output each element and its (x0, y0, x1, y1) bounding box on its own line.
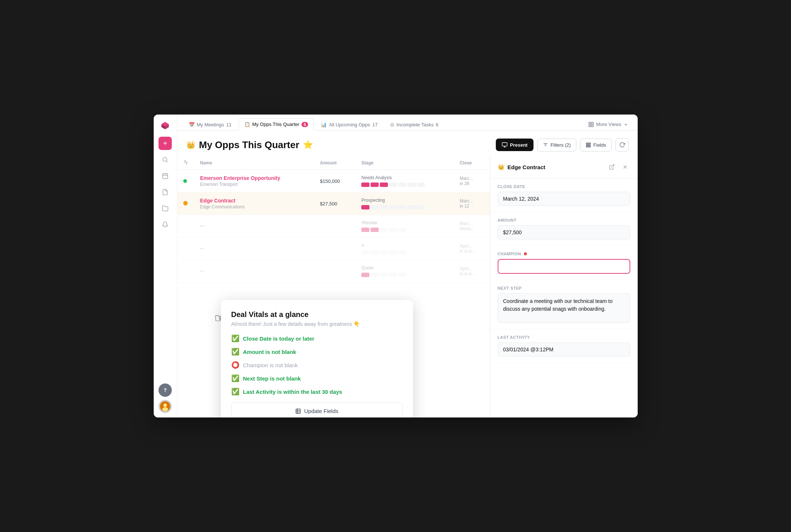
fields-button[interactable]: Fields (580, 139, 612, 151)
close-date-label: Close Date (498, 184, 630, 189)
deal-vitals-title: Deal Vitals at a glance (231, 310, 403, 319)
opportunities-table: Name Amount Stage Close (177, 156, 490, 283)
calendar-tab-icon: 📅 (189, 122, 195, 127)
fields-icon (586, 142, 591, 148)
tab-meetings[interactable]: 📅 My Meetings 11 (183, 119, 237, 130)
help-button[interactable]: ? (158, 383, 172, 397)
right-panel: 👑 Edge Contract (490, 156, 638, 417)
panel-close-icon[interactable] (620, 162, 630, 172)
stage-label-prospecting: Prospecting (361, 198, 448, 203)
row5-opp-link[interactable]: ··· (200, 268, 308, 274)
external-link-icon[interactable] (607, 162, 617, 172)
edge-opp-name-link[interactable]: Edge Contract (200, 198, 308, 204)
present-button[interactable]: Present (496, 139, 533, 151)
check-circle-icon-4: ✅ (231, 374, 239, 382)
document-icon[interactable] (158, 185, 172, 199)
row5-status (177, 260, 194, 283)
row3-opp-link[interactable]: ··· (200, 223, 308, 229)
list-tab-icon: 📋 (244, 122, 250, 127)
tab-meetings-badge: 11 (226, 122, 231, 127)
champion-field: Champion (490, 246, 638, 280)
row2-amount: $27,500 (314, 192, 355, 215)
vitals-label-3: Champion is not blank (243, 362, 298, 368)
more-views-button[interactable]: More Views (584, 119, 632, 130)
tab-incomplete-tasks[interactable]: ⊙ Incomplete Tasks 6 (385, 119, 444, 130)
next-step-value[interactable]: Coordinate a meeting with our technical … (498, 293, 630, 323)
row4-amount (314, 238, 355, 260)
close-date-value[interactable]: March 12, 2024 (498, 192, 630, 206)
filters-label: Filters (2) (550, 142, 571, 148)
col-close[interactable]: Close (454, 156, 490, 170)
tab-upcoming-opps[interactable]: 📊 All Upcoming Opps 17 (315, 119, 383, 130)
row4-name-cell: ··· (194, 238, 314, 260)
opp-company: Emerson Transport (200, 182, 308, 187)
page-title: My Opps This Quarter (199, 139, 300, 151)
panel-header: 👑 Edge Contract (490, 156, 638, 178)
row5-amount (314, 260, 355, 283)
tab-opps-quarter[interactable]: 📋 My Opps This Quarter 6 (239, 118, 314, 131)
status-indicator (183, 179, 187, 183)
tab-incomplete-badge: 6 (436, 122, 438, 127)
svg-point-4 (162, 407, 168, 411)
stage-bar (361, 183, 448, 187)
folder-icon[interactable] (158, 202, 172, 215)
user-avatar[interactable] (158, 400, 172, 413)
row4-opp-link[interactable]: ··· (200, 246, 308, 252)
refresh-button[interactable] (616, 138, 629, 151)
col-amount[interactable]: Amount (314, 156, 355, 170)
panel-crown-icon: 👑 (498, 164, 505, 170)
table-panel-area: Name Amount Stage Close (177, 156, 638, 417)
empty-circle-icon-3: ⭕ (231, 361, 239, 369)
vitals-label-5: Last Activity is within the last 30 days (243, 389, 342, 395)
bell-icon[interactable] (158, 218, 172, 231)
more-views-label: More Views (596, 122, 621, 127)
refresh-icon (619, 142, 625, 148)
row5-name-cell: ··· (194, 260, 314, 283)
search-icon[interactable] (158, 153, 172, 166)
row3-amount (314, 215, 355, 238)
table-row: ··· n (177, 238, 490, 260)
svg-rect-14 (586, 144, 590, 146)
vitals-label-2: Amount is not blank (243, 349, 296, 355)
calendar-icon[interactable] (158, 169, 172, 183)
champion-required-dot (524, 252, 527, 255)
svg-rect-5 (589, 122, 591, 124)
svg-line-20 (611, 165, 614, 167)
row1-stage: Needs Analysis (355, 170, 454, 192)
row4-stage: n (355, 238, 454, 260)
amount-value[interactable]: $27,500 (498, 225, 630, 239)
row2-status (177, 192, 194, 215)
row3-name-cell: ··· (194, 215, 314, 238)
tab-incomplete-label: Incomplete Tasks (396, 122, 433, 127)
row2-stage: Prospecting (355, 192, 454, 215)
tab-upcoming-badge: 17 (372, 122, 378, 127)
col-name[interactable]: Name (194, 156, 314, 170)
present-label: Present (510, 142, 528, 148)
check-circle-icon-1: ✅ (231, 334, 239, 342)
close-date-field: Close Date March 12, 2024 (490, 178, 638, 212)
grid-icon (588, 122, 594, 127)
table-tab-icon: 📊 (321, 122, 327, 127)
deal-vitals-popup: Deal Vitals at a glance Almost there! Ju… (221, 300, 413, 417)
filters-button[interactable]: Filters (2) (537, 139, 576, 151)
table-row: ··· /Review (177, 215, 490, 238)
add-button[interactable]: + (158, 137, 172, 150)
update-fields-button[interactable]: Update Fields (231, 402, 403, 417)
row2-name-cell: Edge Contract Edge Communications (194, 192, 314, 215)
champion-input[interactable] (498, 259, 630, 274)
check-circle-icon-2: ✅ (231, 348, 239, 356)
row4-status (177, 238, 194, 260)
row2-close: Marc...in 12 (454, 192, 490, 215)
last-activity-value: 03/01/2024 @3:12PM (498, 342, 630, 357)
svg-rect-1 (163, 174, 168, 179)
panel-header-actions (607, 162, 630, 172)
col-stage[interactable]: Stage (355, 156, 454, 170)
table-row: Emerson Enterprise Opportunity Emerson T… (177, 170, 490, 192)
opp-name-link[interactable]: Emerson Enterprise Opportunity (200, 175, 308, 181)
deal-vitals-subtitle: Almost there! Just a few details away fr… (231, 321, 403, 327)
col-status (177, 156, 194, 170)
data-table-area: Name Amount Stage Close (177, 156, 490, 417)
tab-meetings-label: My Meetings (197, 122, 224, 127)
status-indicator-yellow (183, 201, 188, 205)
vitals-label-4: Next Step is not blank (243, 375, 301, 382)
